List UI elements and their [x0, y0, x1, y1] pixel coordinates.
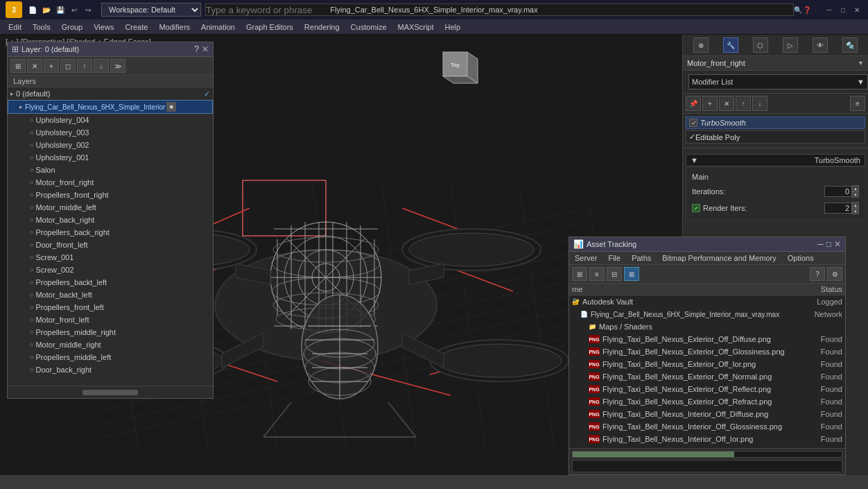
asset-maximize-button[interactable]: □: [826, 239, 831, 249]
asset-list2-button[interactable]: ⊟: [607, 267, 622, 281]
asset-menu-paths[interactable]: Paths: [626, 252, 657, 264]
search-button[interactable]: 🔍: [794, 3, 802, 16]
perspective-cube[interactable]: Top: [440, 49, 481, 90]
menu-group[interactable]: Group: [56, 19, 89, 35]
layer-item[interactable]: ○Screw_001: [8, 251, 213, 264]
asset-menu-server[interactable]: Server: [569, 252, 602, 264]
help-button[interactable]: ❓: [803, 3, 811, 16]
asset-help-button[interactable]: ?: [810, 267, 825, 281]
create-icon[interactable]: ⊕: [693, 37, 709, 53]
menu-edit[interactable]: Edit: [3, 19, 27, 35]
layer-item[interactable]: ○Motor_middle_right: [8, 338, 213, 351]
asset-item[interactable]: PNG Flying_Taxi_Bell_Nexus_Interior_Off_…: [569, 420, 845, 433]
iterations-down-button[interactable]: ▼: [852, 191, 859, 198]
show-all-button[interactable]: ≡: [850, 96, 865, 111]
layer-item[interactable]: ○Door_lfront_left: [8, 239, 213, 251]
modifier-list-dropdown[interactable]: Modifier List ▼: [688, 74, 868, 89]
layer-delete-button[interactable]: ✕: [27, 59, 42, 73]
layer-item[interactable]: ○Screw_002: [8, 264, 213, 276]
layers-list[interactable]: ▸ 0 (default) ✓ ▸ Flying_Car_Bell_Nexus_…: [8, 87, 213, 386]
layer-item[interactable]: ○Upholstery_002: [8, 139, 213, 151]
asset-list1-button[interactable]: ≡: [589, 267, 605, 281]
modify-icon[interactable]: 🔧: [723, 37, 738, 53]
open-file-button[interactable]: 📂: [40, 3, 53, 16]
asset-item[interactable]: PNG Flying_Taxi_Bell_Nexus_Exterior_Off_…: [569, 395, 845, 408]
layer-item[interactable]: ○Upholstery_003: [8, 126, 213, 139]
asset-item[interactable]: 📄 Flying_Car_Bell_Nexus_6HX_Simple_Inter…: [569, 308, 845, 320]
menu-create[interactable]: Create: [119, 19, 153, 35]
asset-menu-file[interactable]: File: [602, 252, 626, 264]
render-iters-up-button[interactable]: ▲: [852, 202, 859, 208]
layer-item[interactable]: ○Motor_front_right: [8, 176, 213, 189]
layer-expand-button[interactable]: ≫: [110, 59, 125, 73]
menu-modifiers[interactable]: Modifiers: [153, 19, 196, 35]
menu-views[interactable]: Views: [88, 19, 119, 35]
utilities-icon[interactable]: 🔩: [842, 37, 858, 53]
asset-item[interactable]: 📁 Maps / Shaders: [569, 320, 845, 333]
new-file-button[interactable]: 📄: [26, 3, 39, 16]
asset-menu-options[interactable]: Options: [782, 252, 819, 264]
layer-item[interactable]: ○Upholstery_004: [8, 114, 213, 126]
close-button[interactable]: ✕: [851, 5, 862, 15]
iterations-input[interactable]: [824, 186, 852, 197]
layer-item[interactable]: ○Propellers_middle_right: [8, 326, 213, 338]
move-up-button[interactable]: ↑: [736, 96, 751, 111]
asset-item[interactable]: PNG Flying_Taxi_Bell_Nexus_Interior_Off_…: [569, 408, 845, 420]
editable-poly-enable-check[interactable]: ✓: [689, 132, 695, 141]
menu-animation[interactable]: Animation: [196, 19, 241, 35]
layer-item[interactable]: ○Upholstery_001: [8, 151, 213, 164]
render-iters-checkbox[interactable]: ✓: [692, 204, 700, 212]
layer-item[interactable]: ▸ 0 (default) ✓: [8, 87, 213, 100]
workspace-dropdown[interactable]: Workspace: Default: [101, 3, 201, 17]
layer-item[interactable]: ▸ Flying_Car_Bell_Nexus_6HX_Simple_Inter…: [8, 100, 213, 114]
menu-maxscript[interactable]: MAXScript: [392, 19, 440, 35]
asset-item[interactable]: PNG Flying_Taxi_Bell_Nexus_Exterior_Off_…: [569, 333, 845, 345]
asset-menu-bitmap[interactable]: Bitmap Performance and Memory: [657, 252, 781, 264]
asset-item[interactable]: 🔐 Autodesk Vault Logged: [569, 295, 845, 308]
hierarchy-icon[interactable]: ⬡: [753, 37, 768, 53]
layer-select-all-button[interactable]: ◻: [60, 59, 76, 73]
minimize-button[interactable]: ─: [824, 5, 835, 15]
asset-minimize-button[interactable]: ─: [817, 239, 824, 249]
iterations-up-button[interactable]: ▲: [852, 185, 859, 191]
layer-item[interactable]: ○Propellers_backt_left: [8, 276, 213, 289]
modifier-editable-poly[interactable]: ✓ Editable Poly: [686, 130, 865, 144]
move-down-button[interactable]: ↓: [752, 96, 767, 111]
layer-add-button[interactable]: ⊞: [10, 59, 26, 73]
menu-rendering[interactable]: Rendering: [299, 19, 345, 35]
asset-item[interactable]: PNG Flying_Taxi_Bell_Nexus_Exterior_Off_…: [569, 383, 845, 395]
turbosmooth-header[interactable]: ▼ TurboSmooth: [686, 154, 865, 166]
undo-button[interactable]: ↩: [68, 3, 80, 16]
menu-help[interactable]: Help: [440, 19, 467, 35]
asset-item[interactable]: PNG Flying_Taxi_Bell_Nexus_Interior_Off_…: [569, 433, 845, 445]
render-iters-input[interactable]: [824, 203, 852, 214]
layer-move-up-button[interactable]: ↑: [77, 59, 92, 73]
layer-item[interactable]: ○Salon: [8, 164, 213, 176]
menu-graph-editors[interactable]: Graph Editors: [241, 19, 299, 35]
layers-close-button[interactable]: ✕: [202, 44, 209, 54]
layer-item[interactable]: ○Propellers_front_left: [8, 301, 213, 314]
layer-item[interactable]: ○Propellers_back_right: [8, 226, 213, 239]
asset-close-button[interactable]: ✕: [834, 239, 841, 249]
layer-item[interactable]: ○Motor_middle_left: [8, 201, 213, 214]
menu-tools[interactable]: Tools: [27, 19, 56, 35]
delete-modifier-button[interactable]: ✕: [719, 96, 734, 111]
asset-grid1-button[interactable]: ⊞: [572, 267, 587, 281]
layer-item[interactable]: ○Propellers_middle_left: [8, 351, 213, 363]
asset-list[interactable]: 🔐 Autodesk Vault Logged 📄 Flying_Car_Bel…: [569, 295, 845, 448]
save-file-button[interactable]: 💾: [54, 3, 67, 16]
add-modifier-button[interactable]: +: [702, 96, 718, 111]
layer-new-button[interactable]: +: [44, 59, 59, 73]
modifier-turbosmooth[interactable]: ✓ TurboSmooth: [686, 117, 865, 129]
display-icon[interactable]: 👁: [813, 37, 828, 53]
redo-button[interactable]: ↪: [82, 3, 94, 16]
layers-help-button[interactable]: ?: [194, 44, 199, 54]
menu-customize[interactable]: Customize: [345, 19, 392, 35]
layer-item[interactable]: ○Propellers_front_right: [8, 189, 213, 201]
layer-item[interactable]: ○Motor_back_right: [8, 214, 213, 226]
asset-item[interactable]: PNG Flying_Taxi_Bell_Nexus_Exterior_Off_…: [569, 358, 845, 370]
asset-item[interactable]: PNG Flying_Taxi_Bell_Nexus_Exterior_Off_…: [569, 345, 845, 358]
turbosmooth-enable-check[interactable]: ✓: [689, 119, 697, 127]
asset-search-input[interactable]: [572, 460, 842, 472]
pin-modifier-button[interactable]: 📌: [686, 96, 701, 111]
